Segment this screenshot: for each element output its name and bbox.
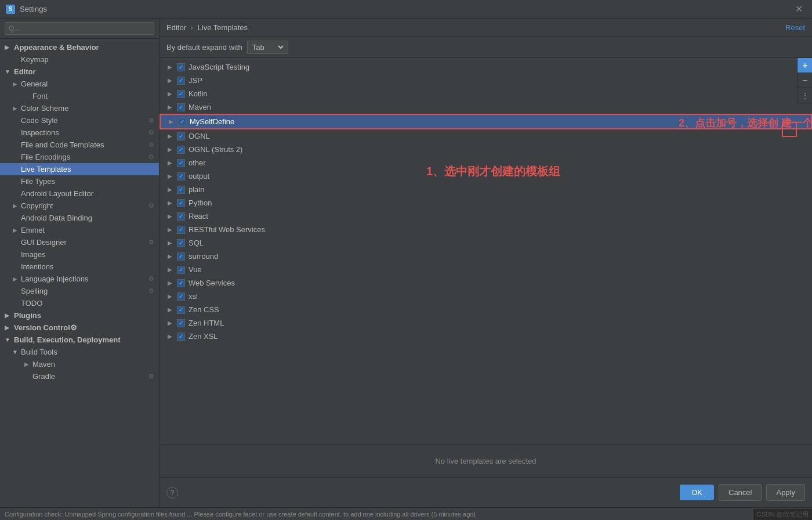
sidebar-item-images[interactable]: Images bbox=[0, 248, 159, 261]
sidebar-item-android-data[interactable]: Android Data Binding bbox=[0, 212, 159, 224]
checkbox-icon[interactable]: ✓ bbox=[177, 172, 185, 180]
checkbox-icon[interactable]: ✓ bbox=[177, 186, 185, 194]
sidebar-item-gui-designer[interactable]: GUI Designer ⚙ bbox=[0, 236, 159, 248]
sidebar-item-font[interactable]: Font bbox=[0, 90, 159, 102]
expand-dropdown-wrapper[interactable]: Tab Space Enter bbox=[247, 41, 288, 54]
checkbox-icon[interactable]: ✓ bbox=[177, 212, 185, 221]
expand-label: By default expand with bbox=[166, 43, 242, 52]
no-templates-text: No live templates are selected bbox=[160, 445, 812, 477]
sidebar-item-file-types[interactable]: File Types bbox=[0, 175, 159, 187]
list-item[interactable]: ▶ ✓ Zen HTML bbox=[160, 316, 812, 330]
apply-button[interactable]: Apply bbox=[766, 484, 805, 501]
sidebar-item-android-layout[interactable]: Android Layout Editor bbox=[0, 187, 159, 200]
sidebar-item-live-templates[interactable]: Live Templates bbox=[0, 163, 159, 175]
list-item[interactable]: ▶ ✓ Kotlin bbox=[160, 87, 812, 100]
help-button[interactable]: ? bbox=[166, 487, 178, 499]
sidebar-label-file-code-templates: File and Code Templates bbox=[21, 140, 104, 149]
sidebar-item-editor[interactable]: ▼ Editor bbox=[0, 66, 159, 78]
list-item[interactable]: ▶ ✓ xsl bbox=[160, 290, 812, 303]
search-input[interactable] bbox=[5, 22, 154, 35]
checkbox-icon[interactable]: ✓ bbox=[177, 239, 185, 247]
sidebar-item-code-style[interactable]: Code Style ⚙ bbox=[0, 114, 159, 127]
checkbox-icon[interactable]: ✓ bbox=[177, 292, 185, 301]
sidebar-item-file-encodings[interactable]: File Encodings ⚙ bbox=[0, 151, 159, 163]
ok-button[interactable]: OK bbox=[680, 485, 714, 500]
sidebar-item-spelling[interactable]: Spelling ⚙ bbox=[0, 285, 159, 297]
sidebar-label-android-layout: Android Layout Editor bbox=[21, 189, 93, 198]
checkbox-icon[interactable]: ✓ bbox=[177, 252, 185, 261]
sidebar-item-plugins[interactable]: ▶ Plugins bbox=[0, 309, 159, 322]
checkbox-icon[interactable]: ✓ bbox=[177, 319, 185, 327]
sidebar-item-file-code-templates[interactable]: File and Code Templates ⚙ bbox=[0, 139, 159, 151]
sidebar-item-appearance[interactable]: ▶ Appearance & Behavior bbox=[0, 41, 159, 53]
checkbox-icon[interactable]: ✓ bbox=[177, 63, 185, 71]
chevron-right-icon: ▶ bbox=[12, 276, 19, 283]
list-item[interactable]: ▶ ✓ OGNL (Struts 2) bbox=[160, 143, 812, 156]
checkbox-icon[interactable]: ✓ bbox=[177, 159, 185, 167]
list-item[interactable]: ▶ ✓ JavaScript Testing bbox=[160, 60, 812, 74]
sidebar-item-general[interactable]: ▶ General bbox=[0, 78, 159, 90]
watermark: CSDN @欣笔记用 bbox=[753, 509, 812, 520]
list-item[interactable]: ▶ ✓ surround bbox=[160, 250, 812, 263]
close-button[interactable]: ✕ bbox=[792, 2, 806, 16]
list-item[interactable]: ▶ ✓ other bbox=[160, 156, 812, 169]
checkbox-icon[interactable]: ✓ bbox=[177, 77, 185, 85]
template-label: Zen CSS bbox=[188, 305, 219, 314]
template-label: xsl bbox=[188, 292, 198, 301]
sidebar-label-plugins: Plugins bbox=[14, 311, 41, 320]
more-actions-button[interactable]: ⋮ bbox=[798, 88, 812, 103]
list-item[interactable]: ▶ ✓ plain bbox=[160, 183, 812, 196]
sidebar-item-language-injections[interactable]: ▶ Language Injections ⚙ bbox=[0, 273, 159, 285]
list-item[interactable]: ▶ ✓ Python bbox=[160, 196, 812, 210]
sidebar-item-build-exec[interactable]: ▼ Build, Execution, Deployment bbox=[0, 334, 159, 346]
cancel-button[interactable]: Cancel bbox=[719, 484, 762, 501]
sidebar-item-intentions[interactable]: Intentions bbox=[0, 261, 159, 273]
gear-icon: ⚙ bbox=[70, 323, 77, 332]
sidebar-item-todo[interactable]: TODO bbox=[0, 297, 159, 309]
list-item[interactable]: ▶ ✓ JSP bbox=[160, 74, 812, 87]
sidebar-item-emmet[interactable]: ▶ Emmet bbox=[0, 224, 159, 236]
list-item-myselfdefine[interactable]: ▶ ✓ MySelfDefine bbox=[160, 114, 812, 129]
reset-button[interactable]: Reset bbox=[785, 23, 805, 32]
remove-template-button[interactable]: − bbox=[798, 73, 812, 88]
checkbox-icon[interactable]: ✓ bbox=[177, 103, 185, 111]
add-template-button[interactable]: + bbox=[798, 58, 812, 73]
gear-icon: ⚙ bbox=[148, 275, 154, 283]
sidebar-item-gradle-bt[interactable]: Gradle ⚙ bbox=[0, 370, 159, 382]
template-label: Web Services bbox=[188, 279, 235, 287]
chevron-right-icon: ▶ bbox=[166, 213, 173, 220]
checkbox-icon[interactable]: ✓ bbox=[177, 266, 185, 274]
checkbox-icon[interactable]: ✓ bbox=[177, 90, 185, 98]
sidebar-item-color-scheme[interactable]: ▶ Color Scheme bbox=[0, 102, 159, 114]
expand-dropdown[interactable]: Tab Space Enter bbox=[250, 42, 285, 52]
checkbox-icon[interactable]: ✓ bbox=[177, 199, 185, 207]
list-item[interactable]: ▶ ✓ OGNL bbox=[160, 129, 812, 143]
list-item[interactable]: ▶ ✓ React bbox=[160, 210, 812, 223]
checkbox-icon[interactable]: ✓ bbox=[177, 306, 185, 314]
checkbox-icon[interactable]: ✓ bbox=[177, 333, 185, 341]
breadcrumb-current: Live Templates bbox=[198, 23, 248, 32]
checkbox-icon[interactable]: ✓ bbox=[178, 118, 186, 126]
sidebar-item-version-control[interactable]: ▶ Version Control ⚙ bbox=[0, 322, 159, 334]
template-label: plain bbox=[188, 185, 204, 194]
checkbox-icon[interactable]: ✓ bbox=[177, 226, 185, 234]
list-item[interactable]: ▶ ✓ Zen XSL bbox=[160, 330, 812, 343]
list-item[interactable]: ▶ ✓ Vue bbox=[160, 263, 812, 276]
list-item[interactable]: ▶ ✓ output bbox=[160, 169, 812, 183]
list-item[interactable]: ▶ ✓ RESTful Web Services bbox=[160, 223, 812, 236]
sidebar-item-copyright[interactable]: ▶ Copyright ⚙ bbox=[0, 200, 159, 212]
chevron-right-icon: ▶ bbox=[166, 173, 173, 180]
checkbox-icon[interactable]: ✓ bbox=[177, 146, 185, 154]
list-item[interactable]: ▶ ✓ Web Services bbox=[160, 276, 812, 290]
sidebar-tree: ▶ Appearance & Behavior Keymap ▼ Editor … bbox=[0, 39, 159, 507]
list-item[interactable]: ▶ ✓ Zen CSS bbox=[160, 303, 812, 316]
sidebar-item-keymap[interactable]: Keymap bbox=[0, 53, 159, 66]
list-item[interactable]: ▶ ✓ SQL bbox=[160, 236, 812, 250]
checkbox-icon[interactable]: ✓ bbox=[177, 279, 185, 287]
sidebar-item-build-tools[interactable]: ▼ Build Tools bbox=[0, 346, 159, 358]
sidebar-item-inspections[interactable]: Inspections ⚙ bbox=[0, 127, 159, 139]
sidebar-item-maven-bt[interactable]: ▶ Maven bbox=[0, 358, 159, 370]
spacer-icon bbox=[12, 251, 19, 258]
checkbox-icon[interactable]: ✓ bbox=[177, 132, 185, 140]
list-item[interactable]: ▶ ✓ Maven bbox=[160, 100, 812, 114]
